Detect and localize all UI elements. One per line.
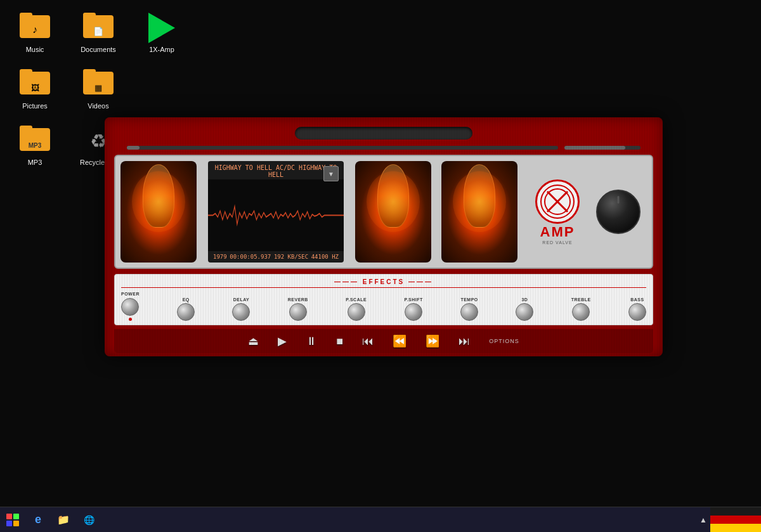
documents-folder-icon: 📄 <box>83 13 114 43</box>
tube-right-1 <box>355 161 431 263</box>
reverb-knob[interactable] <box>289 303 307 321</box>
videos-label: Videos <box>88 102 108 110</box>
amp-logo: AMP RED VALVE <box>529 161 586 263</box>
pshift-knob-group: P.SHIFT <box>404 297 422 321</box>
effects-title: ——— EFFECTS ——— <box>121 278 646 288</box>
pscale-label: P.SCALE <box>346 297 367 302</box>
power-label: POWER <box>121 292 140 296</box>
volume-fill <box>564 146 625 150</box>
pictures-icon-item[interactable]: 🖼 Pictures <box>6 66 63 113</box>
3d-knob[interactable] <box>516 303 533 321</box>
volume-track[interactable] <box>564 146 641 150</box>
taskbar-edge-button[interactable]: e <box>25 507 51 533</box>
mp3-folder-icon: MP3 <box>20 126 50 156</box>
mp3-label: MP3 <box>28 159 42 166</box>
bass-label: BASS <box>630 297 644 302</box>
1xamp-icon-item[interactable]: 1X-Amp <box>133 10 190 56</box>
pscale-knob-group: P.SCALE <box>346 297 367 321</box>
play-button[interactable]: ▶ <box>278 334 287 348</box>
power-led <box>129 318 132 321</box>
tempo-label: TEMPO <box>460 297 478 302</box>
pshift-label: P.SHIFT <box>404 297 422 302</box>
amp-logo-circle <box>535 179 580 224</box>
1xamp-play-icon <box>146 13 177 43</box>
amp-effects: ——— EFFECTS ——— POWER EQ <box>114 274 653 325</box>
amp-handle <box>295 127 472 139</box>
flag-yellow-stripe <box>710 524 761 532</box>
documents-icon-item[interactable]: 📄 Documents <box>70 10 127 56</box>
3d-knob-group: 3D <box>516 297 533 321</box>
volume-knob[interactable] <box>596 190 641 234</box>
time-display: 00:00:05.937 <box>230 254 271 260</box>
pause-button[interactable]: ⏸ <box>306 335 317 348</box>
amp-display-panel: HIGHWAY TO HELL AC/DC HIGHWAY TO HELL 19… <box>114 155 653 269</box>
treble-knob[interactable] <box>572 303 590 321</box>
music-icon-item[interactable]: ♪ Music <box>6 10 63 56</box>
amp-center-display: HIGHWAY TO HELL AC/DC HIGHWAY TO HELL 19… <box>208 161 344 263</box>
tube-right-2 <box>441 161 517 263</box>
taskbar: e 📁 🌐 ▲ <box>0 507 761 532</box>
notification-chevron[interactable]: ▲ <box>696 516 710 524</box>
eq-knob[interactable] <box>177 303 195 321</box>
taskbar-explorer-button[interactable]: 📁 <box>51 507 76 533</box>
amp-transport: ⏏ ▶ ⏸ ■ ⏮ ⏪ ⏩ ⏭ OPTIONS <box>114 329 653 353</box>
delay-label: DELAY <box>233 297 250 302</box>
documents-label: Documents <box>81 46 116 53</box>
eq-knob-group: EQ <box>177 297 195 321</box>
flag-black-stripe <box>710 507 761 516</box>
treble-knob-group: TREBLE <box>571 297 591 321</box>
amp-logo-sub: RED VALVE <box>542 240 572 245</box>
waveform-display <box>208 179 344 251</box>
pshift-knob[interactable] <box>405 303 422 321</box>
desktop: ♪ Music 🖼 Pictures MP3 <box>0 0 761 507</box>
treble-label: TREBLE <box>571 297 591 302</box>
amp-body: HIGHWAY TO HELL AC/DC HIGHWAY TO HELL 19… <box>105 117 663 356</box>
delay-knob[interactable] <box>232 303 250 321</box>
amp-player: HIGHWAY TO HELL AC/DC HIGHWAY TO HELL 19… <box>105 117 663 356</box>
eject-button[interactable]: ⏏ <box>248 334 259 348</box>
options-button[interactable]: OPTIONS <box>489 338 519 344</box>
start-button[interactable] <box>0 507 25 533</box>
power-knob-group: POWER <box>121 292 140 321</box>
progress-track[interactable] <box>127 146 558 150</box>
freq-display: 44100 HZ <box>311 254 339 260</box>
taskbar-ie-button[interactable]: 🌐 <box>76 507 101 533</box>
delay-knob-group: DELAY <box>232 297 250 321</box>
bitrate-display: 192 KB/SEC <box>274 254 308 260</box>
amp-slider-bar <box>114 146 653 150</box>
mp3-icon-item[interactable]: MP3 MP3 <box>6 122 63 169</box>
reverb-label: REVERB <box>288 297 308 302</box>
flag-red-stripe <box>710 516 761 524</box>
year-display: 1979 <box>213 254 227 260</box>
pictures-label: Pictures <box>22 102 48 110</box>
amp-top-bar <box>114 127 653 139</box>
fast-forward-button[interactable]: ⏩ <box>426 334 439 348</box>
display-dropdown[interactable]: ▼ <box>323 166 339 181</box>
effects-knobs: POWER EQ DELAY <box>121 292 646 321</box>
bass-knob-group: BASS <box>628 297 646 321</box>
amp-info-bar: 1979 00:00:05.937 192 KB/SEC 44100 HZ <box>208 251 344 263</box>
bass-knob[interactable] <box>628 303 646 321</box>
pictures-folder-icon: 🖼 <box>20 69 50 100</box>
windows-icon <box>6 514 19 526</box>
volume-knob-area <box>590 161 647 263</box>
1xamp-label: 1X-Amp <box>149 46 174 53</box>
videos-folder-icon: ▦ <box>83 69 114 100</box>
stop-button[interactable]: ■ <box>336 335 343 348</box>
power-knob[interactable] <box>121 298 139 316</box>
tube-left-1 <box>120 161 197 263</box>
next-track-button[interactable]: ⏭ <box>459 335 470 348</box>
eq-label: EQ <box>183 297 190 302</box>
music-folder-icon: ♪ <box>20 13 50 43</box>
pscale-knob[interactable] <box>348 303 365 321</box>
3d-label: 3D <box>521 297 528 302</box>
progress-fill <box>127 146 140 150</box>
rewind-button[interactable]: ⏪ <box>393 334 407 348</box>
videos-icon-item[interactable]: ▦ Videos <box>70 66 127 113</box>
tempo-knob-group: TEMPO <box>460 297 478 321</box>
reverb-knob-group: REVERB <box>288 297 308 321</box>
amp-logo-text: AMP <box>540 224 575 240</box>
prev-track-button[interactable]: ⏮ <box>362 335 374 348</box>
german-flag <box>710 507 761 533</box>
tempo-knob[interactable] <box>460 303 478 321</box>
